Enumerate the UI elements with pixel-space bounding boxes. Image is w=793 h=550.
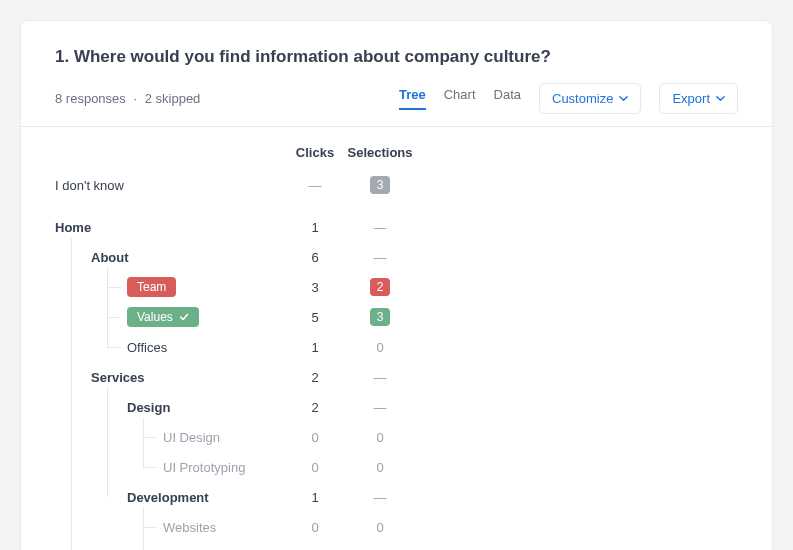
pill-team: Team: [127, 277, 176, 297]
selections-offices: 0: [345, 340, 415, 355]
response-meta: 8 responses · 2 skipped: [55, 91, 200, 106]
badge-team: 2: [370, 278, 390, 296]
label-services: Services: [91, 370, 145, 385]
row-offices[interactable]: Offices: [55, 336, 285, 358]
results-card: 1. Where would you find information abou…: [20, 20, 773, 550]
row-websites[interactable]: Websites: [55, 516, 285, 538]
clicks-services: 2: [285, 370, 345, 385]
row-development[interactable]: Development: [55, 486, 285, 508]
label-team: Team: [137, 280, 166, 294]
selections-development: —: [345, 490, 415, 505]
customize-button[interactable]: Customize: [539, 83, 641, 114]
export-button[interactable]: Export: [659, 83, 738, 114]
responses-count: 8 responses: [55, 91, 126, 106]
controls-row: Tree Chart Data Customize Export: [399, 83, 738, 114]
row-home[interactable]: Home: [55, 216, 285, 238]
label-development: Development: [127, 490, 209, 505]
clicks-home: 1: [285, 220, 345, 235]
label-about: About: [91, 250, 129, 265]
skipped-count: 2 skipped: [145, 91, 201, 106]
label-design: Design: [127, 400, 170, 415]
export-label: Export: [672, 91, 710, 106]
label-websites: Websites: [163, 520, 216, 535]
clicks-websites: 0: [285, 520, 345, 535]
selections-i-dont-know: 3: [345, 176, 415, 194]
row-apps[interactable]: Apps: [55, 546, 285, 550]
col-head-clicks: Clicks: [285, 145, 345, 166]
selections-ui-design: 0: [345, 430, 415, 445]
row-i-dont-know[interactable]: I don't know: [55, 174, 285, 196]
clicks-development: 1: [285, 490, 345, 505]
row-about[interactable]: About: [55, 246, 285, 268]
col-head-selections: Selections: [345, 145, 415, 166]
selections-services: —: [345, 370, 415, 385]
row-team[interactable]: Team: [55, 276, 285, 298]
badge-values: 3: [370, 308, 390, 326]
label-values: Values: [137, 310, 173, 324]
label-i-dont-know: I don't know: [55, 178, 124, 193]
customize-label: Customize: [552, 91, 613, 106]
selections-ui-prototyping: 0: [345, 460, 415, 475]
clicks-ui-design: 0: [285, 430, 345, 445]
tab-tree[interactable]: Tree: [399, 87, 426, 110]
row-services[interactable]: Services: [55, 366, 285, 388]
pill-values: Values: [127, 307, 199, 327]
clicks-ui-prototyping: 0: [285, 460, 345, 475]
label-ui-prototyping: UI Prototyping: [163, 460, 245, 475]
view-tabs: Tree Chart Data: [399, 87, 521, 110]
question-title: 1. Where would you find information abou…: [55, 47, 738, 67]
clicks-i-dont-know: —: [285, 178, 345, 193]
separator-dot: ·: [133, 91, 137, 106]
card-header: 1. Where would you find information abou…: [21, 21, 772, 126]
selections-about: —: [345, 250, 415, 265]
meta-row: 8 responses · 2 skipped Tree Chart Data …: [55, 83, 738, 114]
selections-home: —: [345, 220, 415, 235]
row-design[interactable]: Design: [55, 396, 285, 418]
row-ui-prototyping[interactable]: UI Prototyping: [55, 456, 285, 478]
clicks-design: 2: [285, 400, 345, 415]
label-ui-design: UI Design: [163, 430, 220, 445]
results-body: Clicks Selections I don't know — 3 Home …: [21, 127, 772, 550]
chevron-down-icon: [619, 94, 628, 103]
spacer: [55, 204, 285, 208]
clicks-values: 5: [285, 310, 345, 325]
label-home: Home: [55, 220, 91, 235]
row-values[interactable]: Values: [55, 306, 285, 328]
selections-design: —: [345, 400, 415, 415]
question-text: Where would you find information about c…: [74, 47, 551, 66]
label-offices: Offices: [127, 340, 167, 355]
selections-team: 2: [345, 278, 415, 296]
selections-values: 3: [345, 308, 415, 326]
chevron-down-icon: [716, 94, 725, 103]
clicks-offices: 1: [285, 340, 345, 355]
tab-chart[interactable]: Chart: [444, 87, 476, 110]
question-number: 1.: [55, 47, 69, 66]
check-icon: [179, 312, 189, 322]
tree-grid: Clicks Selections I don't know — 3 Home …: [55, 145, 738, 550]
clicks-team: 3: [285, 280, 345, 295]
row-ui-design[interactable]: UI Design: [55, 426, 285, 448]
clicks-about: 6: [285, 250, 345, 265]
selections-websites: 0: [345, 520, 415, 535]
tab-data[interactable]: Data: [494, 87, 521, 110]
badge-i-dont-know: 3: [370, 176, 390, 194]
